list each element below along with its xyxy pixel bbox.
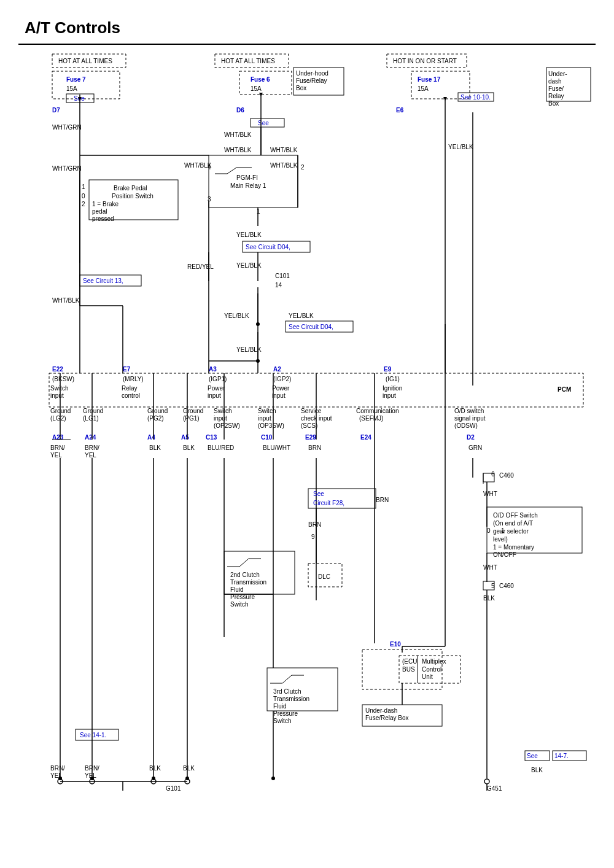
svg-text:15A: 15A [66,85,77,92]
svg-text:C10: C10 [261,434,273,441]
svg-text:D7: D7 [52,107,60,114]
svg-text:BLK: BLK [183,444,195,451]
diagram-container: HOT AT ALL TIMES HOT AT ALL TIMES HOT IN… [18,44,596,834]
svg-text:Circuit F28,: Circuit F28, [313,500,344,506]
svg-text:E6: E6 [396,107,404,114]
svg-point-277 [152,777,155,780]
svg-text:Fuse/: Fuse/ [548,85,564,92]
svg-text:14: 14 [275,282,282,289]
svg-text:(ODSW): (ODSW) [454,422,478,429]
svg-text:Box: Box [296,85,306,91]
svg-text:E10: E10 [390,641,401,648]
svg-text:(PG2): (PG2) [147,415,164,422]
svg-text:HOT AT ALL TIMES: HOT AT ALL TIMES [58,58,112,64]
svg-text:Transmission: Transmission [230,579,266,586]
svg-text:BRN/: BRN/ [85,765,99,772]
svg-text:Fuse/Relay: Fuse/Relay [296,77,327,84]
svg-text:Power: Power [208,385,225,392]
svg-text:Under-dash: Under-dash [365,707,397,714]
svg-text:ON/OFF: ON/OFF [493,551,516,558]
svg-text:pressed: pressed [92,215,114,222]
svg-text:WHT/BLK: WHT/BLK [224,131,252,138]
svg-text:1: 1 [82,184,85,190]
svg-text:WHT/BLK: WHT/BLK [270,147,298,153]
svg-text:DLC: DLC [318,573,330,580]
svg-text:1: 1 [257,208,260,215]
svg-text:1: 1 [501,527,505,534]
svg-point-276 [90,777,94,780]
svg-text:YEL/BLK: YEL/BLK [224,312,249,319]
svg-text:Relay: Relay [122,385,138,392]
svg-text:WHT/GRN: WHT/GRN [52,124,82,131]
svg-text:E24: E24 [360,434,371,441]
svg-rect-16 [52,71,120,99]
svg-text:WHT/BLK: WHT/BLK [270,162,298,169]
svg-text:Fuse 7: Fuse 7 [66,76,86,83]
svg-text:Switch: Switch [50,385,68,392]
svg-text:O/D OFF Switch: O/D OFF Switch [493,512,538,519]
svg-text:BRN/: BRN/ [85,444,99,451]
svg-text:Ground: Ground [83,408,103,414]
svg-text:See Circuit 13,: See Circuit 13, [83,277,123,284]
svg-text:BLU/RED: BLU/RED [208,444,234,451]
svg-text:(OP2SW): (OP2SW) [214,422,240,429]
svg-text:See 10-10.: See 10-10. [460,94,491,101]
svg-text:See Circuit D04,: See Circuit D04, [289,324,333,330]
svg-text:Fluid: Fluid [273,703,287,710]
svg-text:E7: E7 [123,366,131,373]
svg-text:(PG1): (PG1) [183,415,200,422]
svg-text:Multiplex: Multiplex [422,658,446,665]
svg-text:D6: D6 [236,107,244,114]
svg-text:Control: Control [422,666,441,673]
svg-text:signal input: signal input [454,415,486,422]
svg-text:15A: 15A [418,85,429,92]
svg-text:control: control [122,392,140,399]
svg-text:BRN: BRN [308,444,321,451]
svg-text:HOT IN ON OR START: HOT IN ON OR START [393,58,457,64]
svg-text:0: 0 [82,193,85,200]
svg-rect-21 [239,71,292,95]
svg-text:Power: Power [272,385,290,392]
svg-text:level): level) [493,536,508,543]
svg-text:BLU/WHT: BLU/WHT [263,444,290,451]
svg-text:Main Relay 1: Main Relay 1 [230,182,266,189]
svg-text:(LG2): (LG2) [50,415,66,422]
svg-text:Switch: Switch [273,718,291,724]
svg-text:3rd Clutch: 3rd Clutch [273,688,301,695]
svg-text:9: 9 [311,533,315,540]
svg-text:3: 3 [208,196,211,203]
svg-text:(SEFMJ): (SEFMJ) [359,415,383,422]
svg-text:(IGP2): (IGP2) [273,376,291,382]
svg-text:2nd Clutch: 2nd Clutch [230,572,260,578]
svg-text:Fluid: Fluid [230,586,244,593]
svg-text:BLK: BLK [531,767,543,773]
svg-text:C460: C460 [499,472,514,479]
svg-text:Unit: Unit [422,673,433,680]
svg-text:14-7.: 14-7. [554,753,569,759]
svg-text:PGM-FI: PGM-FI [236,174,258,181]
svg-text:E22: E22 [52,366,63,373]
svg-text:1 = Momentary: 1 = Momentary [493,544,534,551]
svg-text:(SCS): (SCS) [301,422,317,429]
svg-text:E9: E9 [384,366,392,373]
svg-text:Under-: Under- [548,71,567,77]
svg-text:See: See [527,753,538,759]
svg-text:Ground: Ground [147,408,168,414]
svg-text:pedal: pedal [92,208,107,215]
svg-text:Box: Box [548,100,559,107]
svg-text:WHT/BLK: WHT/BLK [224,147,252,153]
svg-text:Brake Pedal: Brake Pedal [114,185,147,192]
svg-text:(MRLY): (MRLY) [123,376,144,382]
svg-text:YEL: YEL [50,452,62,459]
svg-point-187 [484,779,489,784]
svg-text:See Circuit D04,: See Circuit D04, [246,244,290,250]
svg-text:Fuse/Relay Box: Fuse/Relay Box [365,715,409,721]
svg-text:C101: C101 [275,273,290,279]
page-title: A/T Controls [0,0,614,44]
svg-text:dash: dash [548,78,562,85]
svg-text:Communication: Communication [356,408,398,414]
svg-text:(OP3SW): (OP3SW) [258,422,284,429]
svg-text:(On end of A/T: (On end of A/T [493,520,533,527]
svg-text:A24: A24 [85,434,96,441]
svg-text:input: input [208,392,221,399]
